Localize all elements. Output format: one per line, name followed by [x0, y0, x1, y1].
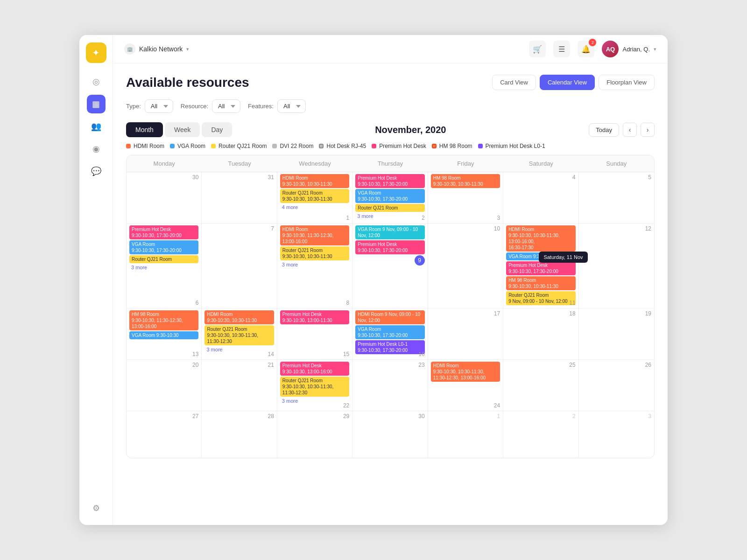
more-nov8[interactable]: 3 more	[280, 261, 349, 268]
resource-select[interactable]: All	[212, 99, 240, 113]
event-nov24-hdmi[interactable]: HDMI Room9:30-10:30, 10:30-11:30, 11:30-…	[431, 362, 500, 382]
legend-label-dvi: DVI 22 Room	[280, 143, 313, 149]
event-nov11-router[interactable]: Router QJ21 Room9 Nov, 09:00 - 10 Nov, 1…	[506, 291, 575, 305]
date-nov24: 24	[494, 402, 500, 409]
date-nov22: 22	[343, 402, 349, 409]
event-nov11-hdmi[interactable]: HDMI Room9:30-10:30, 10:30-11:30, 13:00-…	[506, 225, 575, 252]
prev-arrow[interactable]: ‹	[623, 123, 637, 137]
cell-nov8: HDMI Room9:30-10:30, 11:30-12:30, 13:00-…	[277, 224, 352, 308]
sidebar-icon-location[interactable]: ◉	[87, 140, 106, 158]
week-row-3: HM 98 Room9:30-10:30, 11:30-12:30, 13:00…	[127, 308, 654, 360]
event-nov6-router[interactable]: Router QJ21 Room	[129, 255, 198, 263]
cell-nov12: 12	[579, 224, 654, 308]
date-oct30: 30	[129, 174, 198, 181]
event-nov6-vga[interactable]: VGA Room9:30-10:30, 17:30-20:00	[129, 240, 198, 254]
event-nov11-hm98[interactable]: HM 98 Room9:30-10:30, 10:30-11:30	[506, 276, 575, 290]
header-wednesday: Wednesday	[277, 155, 352, 172]
header-sunday: Sunday	[579, 155, 654, 172]
event-nov22-router[interactable]: Router QJ21 Room9:30-10:30, 10:30-11:30,…	[280, 377, 349, 397]
page-content: Available resources Card View Calendar V…	[113, 63, 668, 525]
week-row-1: 30 31 HDMI Room9:30-10:30, 10:30-11:30 R…	[127, 172, 654, 224]
cell-nov14: HDMI Room9:30-10:30, 10:30-11:30 Router …	[202, 308, 277, 359]
card-view-button[interactable]: Card View	[492, 75, 536, 90]
event-nov1-router[interactable]: Router QJ21 Room9:30-10:30, 10:30-11:30	[280, 189, 349, 203]
date-nov5: 5	[582, 174, 651, 181]
more-nov6[interactable]: 3 more	[129, 264, 198, 271]
event-nov13-hm98[interactable]: HM 98 Room9:30-10:30, 11:30-12:30, 13:00…	[129, 310, 198, 330]
sidebar-icon-analytics[interactable]: ◎	[87, 72, 106, 91]
event-nov1-hdmi[interactable]: HDMI Room9:30-10:30, 10:30-11:30	[280, 174, 349, 188]
event-nov6-premium[interactable]: Premium Hot Desk9:30-10:30, 17:30-20:00	[129, 225, 198, 239]
next-arrow[interactable]: ›	[641, 123, 655, 137]
date-nov29: 29	[280, 413, 349, 420]
day-tab[interactable]: Day	[202, 122, 232, 137]
legend-hdmi: HDMI Room	[126, 143, 164, 149]
legend-dot-vga	[170, 144, 175, 148]
date-nov15: 15	[343, 351, 349, 357]
week-row-4: 20 21 Premium Hot Desk9:30-10:30, 13:00-…	[127, 360, 654, 411]
event-nov13-vga[interactable]: VGA Room 9:30-10:30	[129, 331, 198, 339]
event-nov14-router[interactable]: Router QJ21 Room9:30-10:30, 10:30-11:30,…	[204, 325, 274, 345]
sidebar-icon-resources[interactable]: ▦	[87, 95, 106, 113]
calendar-header: Monday Tuesday Wednesday Thursday Friday…	[127, 155, 654, 172]
features-select[interactable]: All	[277, 99, 306, 113]
event-nov9-premium[interactable]: Premium Hot Desk9:30-10:30, 17:30-20:00	[355, 240, 424, 254]
more-nov1[interactable]: 4 more	[280, 204, 349, 210]
cart-button[interactable]: 🛒	[529, 41, 546, 57]
event-nov11-premium[interactable]: Premium Hot Desk9:30-10:30, 17:30-20:00	[506, 261, 575, 275]
header-friday: Friday	[428, 155, 503, 172]
floorplan-view-button[interactable]: Floorplan View	[599, 75, 655, 90]
event-nov22-premium[interactable]: Premium Hot Desk9:30-10:30, 13:00-16:00	[280, 362, 349, 376]
event-nov14-hdmi[interactable]: HDMI Room9:30-10:30, 10:30-11:30	[204, 310, 274, 324]
resource-label: Resource:	[181, 103, 208, 110]
main-content: 🏢 Kalkio Network ▾ 🛒 ☰ 🔔 2 AQ Adrian, Q.…	[113, 35, 668, 525]
legend-label-hdmi: HDMI Room	[134, 143, 164, 149]
calendar-view-button[interactable]: Calendar View	[540, 75, 595, 90]
week-tab[interactable]: Week	[165, 122, 200, 137]
user-profile[interactable]: AQ Adrian, Q. ▾	[602, 41, 656, 57]
more-nov2[interactable]: 3 more	[355, 213, 424, 219]
sidebar-icon-settings[interactable]: ⚙	[87, 499, 106, 518]
today-button[interactable]: Today	[589, 123, 619, 137]
cell-dec3: 3	[579, 411, 654, 458]
app-logo[interactable]: ✦	[86, 42, 106, 63]
event-nov8-router[interactable]: Router QJ21 Room9:30-10:30, 10:30-11:30	[280, 246, 349, 260]
legend-dot-hotdesk	[319, 144, 324, 148]
event-nov16-vga[interactable]: VGA Room9:30-10:30, 17:30-20:00	[355, 325, 424, 339]
notifications-button[interactable]: 🔔 2	[578, 41, 594, 57]
legend-premium: Premium Hot Desk	[372, 143, 426, 149]
cell-nov6: Premium Hot Desk9:30-10:30, 17:30-20:00 …	[127, 224, 202, 308]
cell-nov7: 7	[202, 224, 277, 308]
cell-nov21: 21	[202, 360, 277, 411]
event-nov16-hdmi[interactable]: HDMI Room 9 Nov, 09:00 - 10 Nov, 12:00	[355, 310, 424, 324]
type-select[interactable]: All	[145, 99, 173, 113]
legend-vga: VGA Room	[170, 143, 205, 149]
event-nov15-premium[interactable]: Premium Hot Desk9:30-10:30, 13:00-11:30	[280, 310, 349, 324]
legend-dvi: DVI 22 Room	[272, 143, 313, 149]
legend-label-hotdesk: Hot Desk RJ-45	[326, 143, 366, 149]
org-name: Kalkio Network	[139, 45, 183, 53]
more-nov14[interactable]: 3 more	[204, 346, 274, 353]
event-nov16-premium-ld[interactable]: Premium Hot Desk L0-19:30-10:30, 17:30-2…	[355, 340, 424, 354]
legend-label-premium-ld: Premium Hot Desk L0-1	[486, 143, 545, 149]
event-nov8-hdmi[interactable]: HDMI Room9:30-10:30, 11:30-12:30, 13:00-…	[280, 225, 349, 245]
org-logo: 🏢	[124, 43, 135, 55]
list-button[interactable]: ☰	[553, 41, 570, 57]
org-dropdown-icon[interactable]: ▾	[186, 46, 189, 52]
cell-oct30: 30	[127, 172, 202, 223]
sidebar-icon-people[interactable]: 👥	[87, 117, 106, 136]
sidebar-icon-chat[interactable]: 💬	[87, 162, 106, 181]
user-dropdown-icon[interactable]: ▾	[654, 46, 656, 52]
month-tab[interactable]: Month	[126, 122, 163, 137]
event-nov2-router[interactable]: Router QJ21 Room	[355, 204, 424, 212]
type-filter: Type: All	[126, 99, 173, 113]
event-nov9-vga-span[interactable]: VGA Room 9 Nov, 09:00 - 10 Nov, 12:00	[355, 225, 424, 239]
event-nov2-vga[interactable]: VGA Room9:30-10:30, 17:30-20:00	[355, 189, 424, 203]
cell-nov11: HDMI Room9:30-10:30, 10:30-11:30, 13:00-…	[503, 224, 578, 308]
event-nov2-premium[interactable]: Premium Hot Desk9:30-10:30, 17:30-20:00	[355, 174, 424, 188]
cell-oct31: 31	[202, 172, 277, 223]
event-nov3-hm98[interactable]: HM 98 Room9:30-10:30, 10:30-11:30	[431, 174, 500, 188]
cell-nov2: Premium Hot Desk9:30-10:30, 17:30-20:00 …	[352, 172, 428, 223]
org-selector[interactable]: 🏢 Kalkio Network ▾	[124, 43, 189, 55]
more-nov22[interactable]: 3 more	[280, 398, 349, 404]
